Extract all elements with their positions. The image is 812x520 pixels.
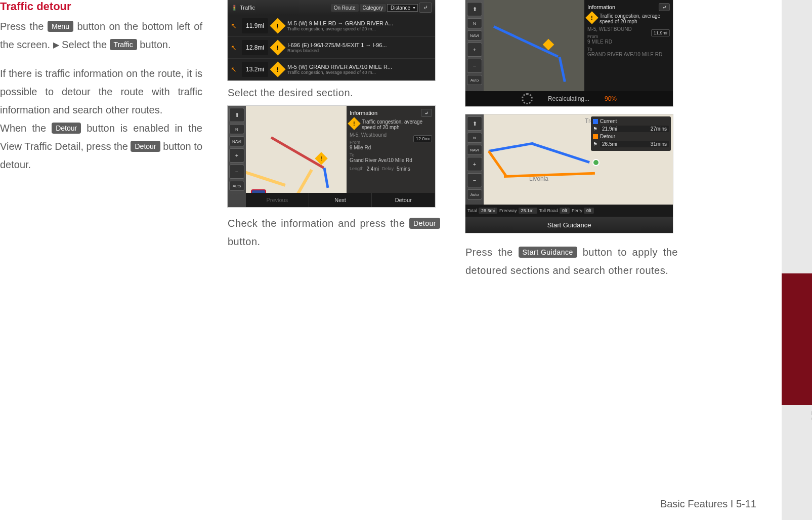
plus-icon: +: [473, 161, 476, 167]
current-stats: 21.9mi 27mins: [600, 126, 669, 132]
current-distance: 21.9mi: [602, 126, 617, 132]
zoom-out-button[interactable]: −: [467, 173, 482, 187]
map-canvas[interactable]: Troy Livonia Current: [484, 114, 673, 205]
sort-dropdown[interactable]: Distance: [387, 4, 418, 12]
column-2: 🚦 Traffic On Route Category Distance ⤶ ↖…: [228, 0, 440, 520]
detour-stats: 26.5mi 31mins: [600, 141, 669, 147]
text: Check the information and press the: [228, 218, 409, 229]
from-value: 9 Mile Rd: [350, 145, 432, 150]
text: button.: [140, 39, 170, 50]
detour-button-label: Detour: [131, 141, 160, 152]
page-footer: Basic Features I 5-11: [0, 498, 812, 510]
tab-category[interactable]: Category: [360, 4, 387, 12]
zoom-out-button[interactable]: −: [467, 59, 482, 73]
row-text: I-696 (E) I-96/I-275/M-5/EXIT 1 → I-96..…: [287, 42, 432, 53]
map-canvas[interactable]: Information ⤶ ! Traffic congestion, aver…: [484, 0, 673, 91]
distance-badge: 12.8mi: [242, 40, 268, 55]
screen-title: 🚦 Traffic: [231, 5, 255, 11]
total-label: Total: [467, 208, 477, 213]
detail-buttons: Previous Next Detour: [246, 193, 435, 207]
back-button[interactable]: ⤶: [421, 109, 432, 117]
route-detour: [504, 172, 595, 178]
zoom-in-button[interactable]: +: [229, 148, 244, 163]
compass-button[interactable]: ⬆: [467, 2, 482, 16]
recalculating-text: Recalculating...: [548, 95, 589, 102]
map-body: ⬆ N NAVI + − Auto Information: [465, 0, 673, 91]
north-button[interactable]: N: [467, 18, 482, 28]
tab-on-route[interactable]: On Route: [331, 4, 359, 12]
current-label: Current: [600, 118, 617, 124]
navi-button[interactable]: NAVI: [467, 30, 482, 41]
text: If there is traffic information on the r…: [0, 68, 202, 115]
info-row: ! Traffic congestion, average speed of 2…: [587, 13, 670, 24]
from-value: 9 MILE RD: [587, 39, 670, 45]
route-totals: Total26.5mi Freeway25.1mi Toll Road0ft F…: [465, 205, 673, 217]
route-line: [559, 57, 566, 82]
back-button[interactable]: ⤶: [419, 3, 432, 13]
to-value: GRAND RIVER AVE/10 MILE RD: [587, 52, 670, 57]
road-name: I-696 (E) I-96/I-275/M-5/EXIT 1 → I-96..…: [287, 42, 432, 48]
detour-button-label: Detour: [409, 218, 440, 229]
next-button[interactable]: Next: [309, 193, 372, 207]
start-guidance-button[interactable]: Start Guidance: [465, 217, 673, 233]
traffic-row[interactable]: ↖ 13.2mi ! M-5 (W) GRAND RIVER AVE/10 MI…: [228, 59, 435, 81]
traffic-row[interactable]: ↖ 12.8mi ! I-696 (E) I-96/I-275/M-5/EXIT…: [228, 37, 435, 59]
panel-header: Information ⤶: [350, 109, 432, 117]
route-current: [489, 142, 534, 152]
zoom-in-button[interactable]: +: [467, 43, 482, 57]
info-row: ! Traffic congestion, average speed of 2…: [350, 119, 432, 130]
auto-button[interactable]: Auto: [467, 189, 482, 199]
warning-icon: !: [270, 18, 285, 33]
back-icon: ⤶: [423, 4, 428, 11]
map-canvas[interactable]: 275 ! Information ⤶ ! Traffic congestion…: [246, 106, 435, 207]
explain-paragraph: If there is traffic information on the r…: [0, 64, 202, 174]
distance-badge: 11.9mi: [242, 18, 268, 33]
stats-row: Length 2.4mi Delay 5mins: [350, 166, 432, 172]
north-button[interactable]: N: [229, 124, 244, 134]
highway-line: [246, 170, 286, 187]
destination-pin-icon: [592, 159, 600, 166]
zoom-in-button[interactable]: +: [467, 157, 482, 171]
back-button[interactable]: ⤶: [659, 3, 670, 11]
auto-button[interactable]: Auto: [467, 75, 482, 85]
condition-text: Traffic congestion, average speed of 20 …: [287, 26, 432, 31]
traffic-row[interactable]: ↖ 11.9mi ! M-5 (W) 9 MILE RD → GRAND RIV…: [228, 15, 435, 37]
detour-button[interactable]: Detour: [372, 193, 435, 207]
navi-button[interactable]: NAVI: [467, 145, 482, 155]
arrow-icon: ▶: [53, 41, 59, 49]
compass-icon: ⬆: [473, 121, 477, 127]
length-label: Length: [350, 166, 364, 172]
ferry-label: Ferry: [572, 208, 582, 213]
current-chapter-tab: [782, 273, 812, 405]
page: 05 Traffic detour Press the Menu button …: [0, 0, 812, 520]
column-3: ⬆ N NAVI + − Auto Information: [465, 0, 678, 520]
warning-icon: !: [270, 39, 285, 55]
caption-select-section: Select the desired section.: [228, 84, 440, 102]
distance-badge: 11.9mi: [651, 29, 670, 36]
previous-button[interactable]: Previous: [246, 193, 309, 207]
distance-badge: 13.2mi: [242, 62, 268, 77]
caption-check-info: Check the information and press the Deto…: [228, 214, 440, 251]
text: Press the: [465, 247, 519, 258]
compass-button[interactable]: ⬆: [467, 116, 482, 131]
detour-button-label: Detour: [52, 123, 81, 134]
navi-button[interactable]: NAVI: [229, 136, 244, 146]
info-panel: Information ⤶ ! Traffic congestion, aver…: [584, 0, 673, 91]
zoom-out-button[interactable]: −: [229, 165, 244, 179]
filter-tabs: On Route Category Distance ⤶: [331, 3, 432, 13]
section-heading: Traffic detour: [0, 0, 202, 13]
route-current: [531, 142, 590, 164]
current-time: 27mins: [651, 126, 667, 132]
color-swatch-current: [593, 119, 598, 124]
total-value: 26.5mi: [479, 208, 497, 214]
road-name: M-5 (W) GRAND RIVER AVE/10 MILE R...: [287, 64, 432, 70]
north-button[interactable]: N: [467, 133, 482, 143]
flag-icon: ⚑: [593, 126, 598, 132]
compass-button[interactable]: ⬆: [229, 108, 244, 122]
text: button.: [228, 236, 261, 247]
text: When the: [0, 123, 52, 134]
detour-time: 31mins: [651, 141, 667, 147]
route-line-congested: [271, 136, 324, 169]
auto-button[interactable]: Auto: [229, 181, 244, 191]
screenshot-traffic-detail: ⬆ N NAVI + − Auto 275 !: [228, 106, 435, 207]
